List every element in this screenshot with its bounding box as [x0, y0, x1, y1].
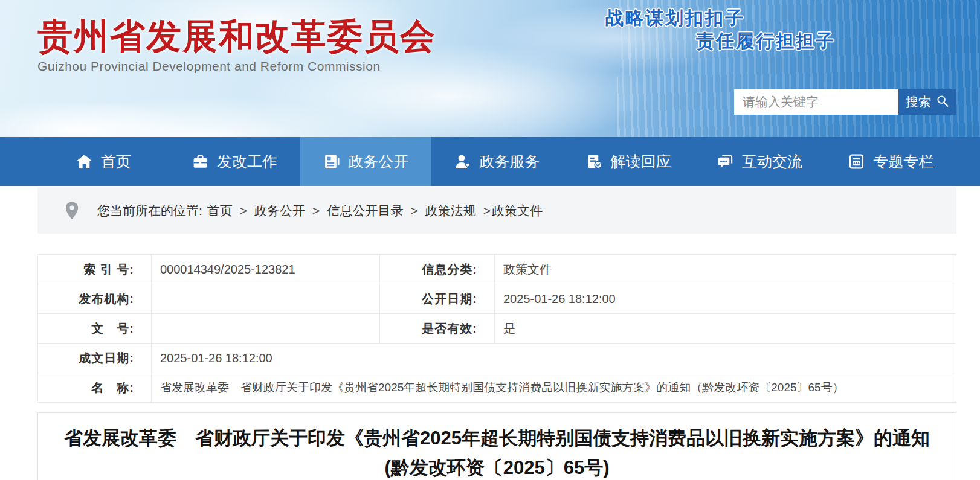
field-label-index-number: 索 引 号:	[38, 255, 152, 284]
site-subtitle: Guizhou Provincial Development and Refor…	[37, 59, 436, 74]
field-value-title: 省发展改革委 省财政厅关于印发《贵州省2025年超长期特别国债支持消费品以旧换新…	[152, 373, 956, 403]
document-info-table: 索 引 号: 000014349/2025-123821 信息分类: 政策文件 …	[37, 254, 956, 403]
field-value-issuing-agency	[152, 284, 380, 314]
nav-item-label: 政务公开	[348, 152, 408, 171]
field-label-written-date: 成文日期:	[38, 344, 152, 373]
field-value-written-date: 2025-01-26 18:12:00	[152, 344, 956, 373]
field-value-index-number: 000014349/2025-123821	[152, 255, 380, 284]
search-button[interactable]: 搜索	[898, 89, 956, 115]
breadcrumb-item-home[interactable]: 首页	[207, 202, 233, 219]
nav-item-fagai-work[interactable]: 发改工作	[169, 137, 300, 186]
nav-item-label: 专题专栏	[873, 152, 933, 171]
field-label-validity: 是否有效:	[380, 314, 495, 344]
field-label-issuing-agency: 发布机构:	[38, 284, 152, 314]
nav-item-interpretation[interactable]: 解读回应	[563, 137, 694, 186]
breadcrumb-item-policy-documents[interactable]: 政策文件	[492, 202, 543, 219]
table-row: 名 称: 省发展改革委 省财政厅关于印发《贵州省2025年超长期特别国债支持消费…	[38, 373, 956, 403]
table-row: 发布机构: 公开日期: 2025-01-26 18:12:00	[38, 284, 956, 314]
field-label-title: 名 称:	[38, 373, 152, 403]
nav-item-interaction[interactable]: 互动交流	[694, 137, 825, 186]
breadcrumb: 您当前所在的位置: 首页 > 政务公开 > 信息公开目录 > 政策法规 > 政策…	[37, 187, 956, 234]
nav-item-gov-disclosure[interactable]: 政务公开	[300, 137, 431, 186]
table-row: 成文日期: 2025-01-26 18:12:00	[38, 344, 956, 373]
table-row: 索 引 号: 000014349/2025-123821 信息分类: 政策文件	[38, 255, 956, 284]
breadcrumb-item-policy-regulations[interactable]: 政策法规	[425, 202, 476, 219]
field-value-info-category: 政策文件	[495, 255, 956, 284]
search-icon	[936, 94, 949, 110]
article-title-box: 省发展改革委 省财政厅关于印发《贵州省2025年超长期特别国债支持消费品以旧换新…	[37, 412, 956, 480]
home-icon	[76, 153, 93, 170]
field-value-publish-date: 2025-01-26 18:12:00	[495, 284, 956, 314]
doc-check-icon	[585, 153, 603, 170]
location-pin-icon	[65, 201, 79, 220]
breadcrumb-item-gov-disclosure[interactable]: 政务公开	[254, 202, 305, 219]
site-logo[interactable]: 贵州省发展和改革委员会 Guizhou Provincial Developme…	[37, 17, 436, 74]
breadcrumb-item-info-catalog[interactable]: 信息公开目录	[327, 202, 403, 219]
article-title-line-2: (黔发改环资〔2025〕65号)	[38, 453, 956, 480]
search-button-label: 搜索	[906, 94, 931, 110]
field-value-doc-number	[152, 314, 380, 344]
site-header: 贵州省发展和改革委员会 Guizhou Provincial Developme…	[0, 0, 980, 137]
breadcrumb-separator: >	[410, 203, 417, 218]
breadcrumb-separator: >	[240, 203, 247, 218]
nav-item-special-columns[interactable]: 专题专栏	[825, 137, 956, 186]
nav-item-label: 首页	[101, 152, 131, 171]
nav-item-home[interactable]: 首页	[37, 137, 169, 186]
breadcrumb-separator: >	[312, 203, 320, 218]
search-input[interactable]	[734, 89, 898, 115]
nav-item-label: 发改工作	[217, 152, 277, 171]
site-title: 贵州省发展和改革委员会	[37, 17, 436, 56]
grid-icon	[848, 153, 865, 170]
article-title-line-1: 省发展改革委 省财政厅关于印发《贵州省2025年超长期特别国债支持消费品以旧换新…	[38, 423, 956, 453]
breadcrumb-separator: >	[483, 203, 491, 218]
person-icon	[454, 153, 471, 170]
field-label-doc-number: 文 号:	[38, 314, 152, 344]
field-label-info-category: 信息分类:	[380, 255, 495, 284]
search-bar: 搜索	[734, 89, 956, 115]
slogan-line-1: 战略谋划扣扣子	[605, 6, 745, 31]
table-row: 文 号: 是否有效: 是	[38, 314, 956, 344]
breadcrumb-prefix: 您当前所在的位置:	[97, 202, 202, 219]
nav-item-label: 政务服务	[479, 152, 540, 171]
field-label-publish-date: 公开日期:	[380, 284, 495, 314]
briefcase-icon	[192, 153, 209, 170]
main-nav: 首页 发改工作	[0, 137, 980, 186]
nav-item-label: 解读回应	[611, 152, 671, 171]
nav-item-gov-services[interactable]: 政务服务	[431, 137, 563, 186]
nav-item-label: 互动交流	[742, 152, 802, 171]
chat-icon	[717, 153, 734, 170]
field-value-validity: 是	[495, 314, 956, 344]
slogan-line-2: 责任履行担担子	[696, 29, 836, 54]
document-icon	[323, 153, 340, 170]
